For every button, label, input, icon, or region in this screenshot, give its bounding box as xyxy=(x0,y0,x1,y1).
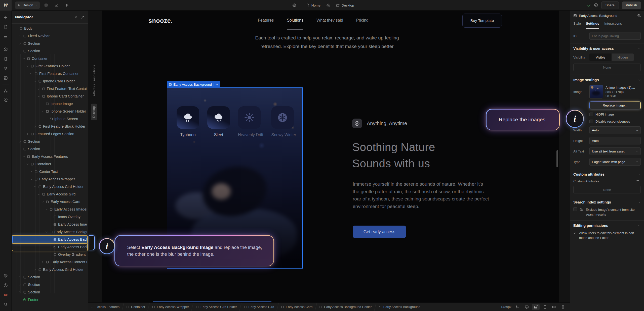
preview-button[interactable] xyxy=(63,2,71,9)
chevron-right-icon[interactable] xyxy=(18,42,22,45)
tree-item-section[interactable]: Section xyxy=(12,281,87,288)
height-input[interactable]: Auto – xyxy=(589,137,641,144)
localization-button[interactable] xyxy=(290,2,299,9)
tree-item-first-features-holder[interactable]: First Features Holder xyxy=(12,62,87,70)
device-desktop-button[interactable] xyxy=(523,304,531,310)
breadcrumb-item-early-access-gird[interactable]: Early Access Gird xyxy=(244,305,274,309)
tab-settings[interactable]: Settings xyxy=(586,21,599,29)
height-unit[interactable]: – xyxy=(636,139,638,143)
tree-item-section[interactable]: Section xyxy=(12,145,87,153)
chevron-right-icon[interactable] xyxy=(37,87,41,90)
device-laptop-button[interactable] xyxy=(532,304,540,310)
width-unit[interactable]: – xyxy=(636,128,638,132)
custom-attributes-header[interactable]: Custom attributes xyxy=(573,172,641,176)
chevron-right-icon[interactable] xyxy=(18,290,22,294)
site-nav-features[interactable]: Features xyxy=(258,18,274,23)
tree-item-fixed-navbar[interactable]: Fixed Navbar xyxy=(12,32,87,40)
rail-cms-button[interactable] xyxy=(2,54,10,64)
breadcrumb-item-early-access-wrapper[interactable]: Early Access Wrapper xyxy=(152,305,189,309)
chevron-down-icon[interactable] xyxy=(29,72,33,75)
search-index-header[interactable]: Search index settings xyxy=(573,200,641,204)
device-phone-landscape-button[interactable] xyxy=(550,304,558,310)
visibility-hidden-option[interactable]: Hidden xyxy=(612,54,634,61)
tree-item-container[interactable]: Container xyxy=(12,55,87,62)
chevron-right-icon[interactable] xyxy=(33,125,37,128)
tree-item-early-access-content-holder[interactable]: Early Access Content Holder xyxy=(12,258,87,266)
info-badge-left[interactable]: i xyxy=(99,238,115,254)
tree-item-early-access-background[interactable]: Early Access Background xyxy=(12,243,87,251)
breadcrumb-item-ccess-features[interactable]: ccess Features xyxy=(97,305,119,309)
chevron-down-icon[interactable] xyxy=(45,230,48,234)
breakpoint-strip-chip[interactable]: Desktop xyxy=(91,104,97,120)
image-settings-header[interactable]: Image settings xyxy=(573,78,641,82)
device-tablet-button[interactable] xyxy=(541,304,549,310)
hidpi-checkbox[interactable] xyxy=(589,113,593,116)
tree-item-container[interactable]: Container xyxy=(12,160,87,168)
rail-assets-button[interactable] xyxy=(2,73,10,83)
tree-item-iphone-card-holder[interactable]: Iphone Card Holder xyxy=(12,77,87,85)
rail-navigator-button[interactable] xyxy=(2,32,10,41)
rail-components-button[interactable] xyxy=(2,44,10,54)
site-nav-pricing[interactable]: Pricing xyxy=(356,18,369,23)
tree-item-first-feature-block-holder[interactable]: First Feature Block Holder xyxy=(12,123,87,130)
tree-item-early-access-background[interactable]: Early Access Background xyxy=(12,236,87,243)
chevron-right-icon[interactable] xyxy=(18,283,22,286)
site-logo[interactable]: snooze. xyxy=(148,17,173,24)
chevron-right-icon[interactable] xyxy=(26,132,29,136)
breadcrumb-overflow[interactable]: ... xyxy=(91,305,95,309)
site-nav-what-they-said[interactable]: What they said xyxy=(316,18,343,23)
image-thumbnail[interactable] xyxy=(589,85,603,98)
tree-item-section[interactable]: Section xyxy=(12,273,87,281)
breadcrumb-item-early-access-card[interactable]: Early Access Card xyxy=(281,305,312,309)
responsiveness-checkbox[interactable] xyxy=(589,120,593,123)
rail-pages-button[interactable] xyxy=(2,22,10,32)
tree-item-overlay-gradient[interactable]: Overlay Gradient xyxy=(12,251,87,258)
chevron-down-icon[interactable] xyxy=(37,94,41,98)
webflow-logo[interactable]: W xyxy=(0,0,12,11)
width-input[interactable]: Auto – xyxy=(589,126,641,134)
chevron-down-icon[interactable] xyxy=(29,177,33,181)
chevron-down-icon[interactable] xyxy=(41,110,44,113)
rail-variables-button[interactable] xyxy=(2,64,10,73)
alt-text-select[interactable]: Use alt text from asset xyxy=(589,147,641,155)
tree-item-early-access-features[interactable]: Early Access Features xyxy=(12,153,87,160)
load-type-select[interactable]: Eager: loads with page xyxy=(589,158,641,166)
chevron-right-icon[interactable] xyxy=(29,170,33,173)
tree-item-section[interactable]: Section xyxy=(12,138,87,145)
search-exclude-checkbox[interactable] xyxy=(573,207,577,211)
chevron-down-icon[interactable] xyxy=(41,200,44,203)
chevron-right-icon[interactable] xyxy=(18,34,22,38)
tab-style[interactable]: Style xyxy=(573,21,581,29)
rail-apps-button[interactable] xyxy=(2,95,10,105)
chevron-down-icon[interactable] xyxy=(33,185,37,188)
rail-zoom-button[interactable] xyxy=(2,299,10,309)
add-attribute-button[interactable] xyxy=(636,179,641,183)
tree-item-first-features-container[interactable]: First Features Container xyxy=(12,70,87,77)
design-mode-dropdown[interactable]: Design xyxy=(15,2,40,9)
rail-add-elements-button[interactable] xyxy=(2,13,10,22)
element-settings-icon[interactable] xyxy=(216,83,218,86)
rail-settings-button[interactable] xyxy=(2,271,10,280)
chevron-down-icon[interactable] xyxy=(18,49,22,53)
tree-item-early-access-gird-holder[interactable]: Early Access Gird Holder xyxy=(12,183,87,190)
chevron-down-icon[interactable] xyxy=(26,64,29,68)
chevron-down-icon[interactable] xyxy=(22,155,25,158)
comment-icon[interactable] xyxy=(594,3,598,7)
editing-permissions-header[interactable]: Editing permissions xyxy=(573,224,641,228)
chevron-down-icon[interactable] xyxy=(26,162,29,166)
chevron-down-icon[interactable] xyxy=(22,57,25,60)
tree-item-early-access-wrapper[interactable]: Early Access Wrapper xyxy=(12,175,87,183)
pin-icon[interactable] xyxy=(81,15,85,19)
page-selector[interactable]: Home xyxy=(306,4,320,7)
tree-item-iphone-card-container[interactable]: Iphone Card Container xyxy=(12,92,87,100)
chevron-down-icon[interactable] xyxy=(18,147,22,151)
chevron-right-icon[interactable] xyxy=(41,260,44,264)
get-early-access-button[interactable]: Get early access xyxy=(353,226,406,238)
tree-item-early-access-images-holder[interactable]: Early Access Images Holder xyxy=(12,205,87,213)
tree-item-early-access-card[interactable]: Early Access Card xyxy=(12,198,87,205)
tree-item-section[interactable]: Section xyxy=(12,47,87,55)
tree-item-iphone-image[interactable]: Iphone Image xyxy=(12,100,87,108)
visibility-section-header[interactable]: Visibility & user access xyxy=(573,46,641,50)
rail-site-structure-button[interactable] xyxy=(2,86,10,95)
chevron-down-icon[interactable] xyxy=(45,208,48,211)
